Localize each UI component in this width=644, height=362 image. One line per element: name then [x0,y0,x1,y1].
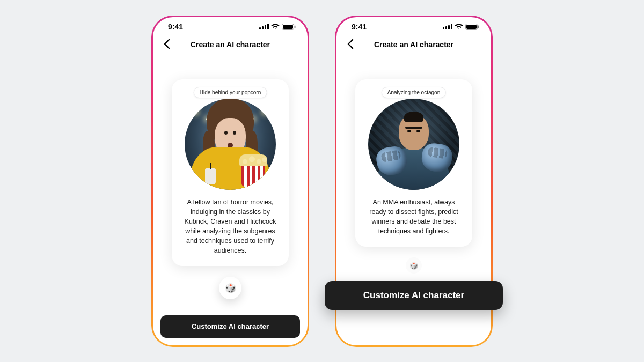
battery-icon [465,24,479,30]
shuffle-button[interactable]: 🎲 [406,257,422,274]
customize-button-label: Customize AI character [363,290,464,301]
dice-icon: 🎲 [409,262,418,269]
character-card: Hide behind your popcorn A fellow fan of… [172,79,289,267]
chevron-left-icon [164,39,170,49]
back-button[interactable] [344,38,357,50]
svg-rect-3 [267,24,269,29]
character-card: Analyzing the octagon An MMA enthusiast,… [355,79,472,247]
phone-mockup-right: 9:41 Create an AI character Analyzing th… [335,16,493,347]
character-description: An MMA enthusiast, always ready to disse… [364,197,464,237]
status-icons [259,24,296,30]
svg-rect-0 [259,27,261,29]
svg-rect-12 [466,25,477,29]
character-description: A fellow fan of horror movies, indulging… [180,197,280,256]
svg-rect-1 [262,26,264,29]
status-bar: 9:41 [336,17,491,36]
character-avatar [368,99,459,190]
status-icons [443,24,479,30]
svg-rect-2 [265,25,266,29]
nav-title: Create an AI character [374,40,453,49]
customize-button[interactable]: Customize AI character [325,281,503,310]
customize-button[interactable]: Customize AI character [160,315,300,338]
chevron-left-icon [347,39,354,49]
svg-rect-13 [478,25,479,28]
cellular-icon [259,24,269,29]
svg-rect-5 [283,25,293,29]
nav-bar: Create an AI character [153,36,308,53]
nav-bar: Create an AI character [336,36,491,53]
phone-mockup-left: 9:41 Create an AI character Hide behind … [151,16,309,347]
svg-rect-6 [295,25,296,28]
svg-rect-10 [451,24,452,29]
wifi-icon [455,24,463,29]
back-button[interactable] [160,38,173,50]
customize-button-label: Customize AI character [192,322,269,330]
status-time: 9:41 [352,23,367,31]
shuffle-button[interactable]: 🎲 [219,277,241,299]
screen: 9:41 Create an AI character Analyzing th… [336,17,491,345]
svg-rect-8 [445,26,447,29]
status-bar: 9:41 [153,17,308,36]
svg-rect-9 [448,25,450,29]
svg-rect-7 [443,27,444,29]
character-avatar [185,99,276,190]
battery-icon [282,24,296,30]
status-time: 9:41 [168,23,183,31]
dice-icon: 🎲 [225,284,236,293]
wifi-icon [271,24,280,29]
nav-title: Create an AI character [191,40,270,49]
suggestion-chip: Analyzing the octagon [382,87,446,98]
content: Hide behind your popcorn A fellow fan of… [153,58,308,345]
screen: 9:41 Create an AI character Hide behind … [153,17,308,345]
suggestion-chip: Hide behind your popcorn [194,87,267,98]
cellular-icon [443,24,452,29]
